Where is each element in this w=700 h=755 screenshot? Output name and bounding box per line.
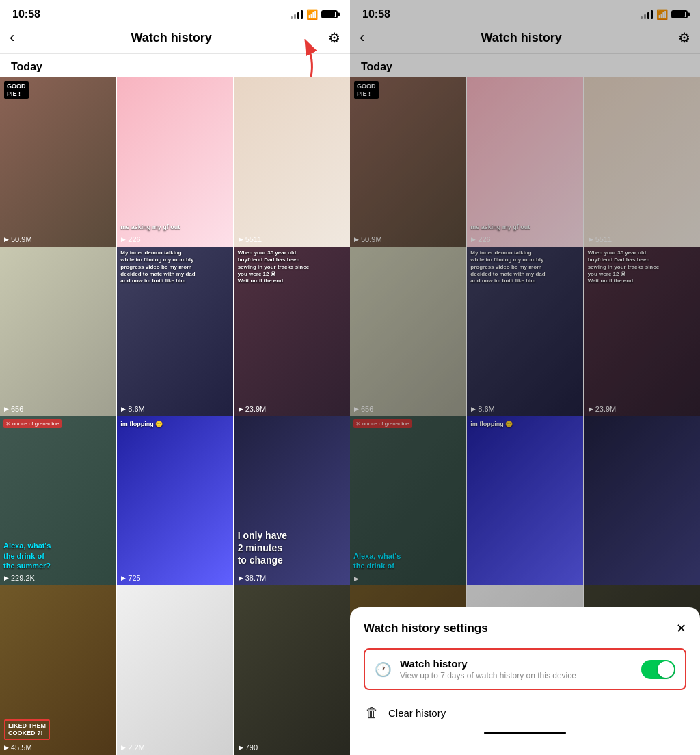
settings-button-left[interactable]: ⚙ (328, 29, 340, 46)
video-label-7: ¼ ounce of grenadine (3, 419, 62, 428)
video-cell-r8: im flopping 🙂 (467, 416, 582, 586)
status-icons-left: 📶 (291, 9, 338, 20)
video-cell-7[interactable]: ¼ ounce of grenadine Alexa, what'sthe dr… (0, 416, 116, 586)
video-count-6: ▶23.9M (239, 405, 267, 413)
video-cell-r9 (584, 416, 700, 586)
right-phone-panel: 10:58 📶 ‹ Watch history ⚙ Today GOODPIE … (350, 0, 700, 755)
video-cell-12[interactable]: ▶790 (234, 585, 350, 755)
video-cell-2[interactable]: me asking my gf out ▶226 (117, 77, 232, 247)
watch-history-label: Watch history (400, 658, 633, 670)
video-count-12: ▶790 (239, 743, 258, 752)
video-cell-11[interactable]: ▶2.2M (117, 585, 232, 755)
page-title-right: Watch history (481, 31, 561, 45)
video-grid-left: GOODPIE ! ▶50.9M me asking my gf out ▶22… (0, 77, 350, 755)
video-overlay-8: im flopping 🙂 (120, 421, 229, 429)
watch-history-icon: 🕐 (375, 661, 392, 678)
trash-icon: 🗑 (365, 705, 379, 721)
video-row-2: ▶656 My inner demon talkingwhile im film… (0, 247, 350, 416)
video-label-1: GOODPIE ! (4, 81, 29, 99)
status-bar-right: 10:58 📶 (350, 0, 700, 26)
video-row-r3: ¼ ounce of grenadine Alexa, what'sthe dr… (350, 416, 700, 586)
watch-history-setting-row: 🕐 Watch history View up to 7 days of wat… (364, 648, 686, 690)
status-time-right: 10:58 (362, 8, 390, 21)
video-overlay-6: When your 35 year oldboyfriend Dad has b… (238, 250, 347, 285)
battery-icon-right (671, 10, 688, 18)
modal-close-button[interactable]: ✕ (676, 621, 686, 636)
section-header-right: Today (350, 54, 700, 77)
video-count-7: ▶229.2K (4, 574, 35, 582)
video-cell-5[interactable]: My inner demon talkingwhile im filming m… (117, 247, 232, 416)
modal-title: Watch history settings (364, 622, 488, 635)
video-count-2: ▶226 (121, 235, 140, 243)
video-cell-r2: me asking my gf out ▶226 (467, 77, 582, 247)
video-cell-r7: ¼ ounce of grenadine Alexa, what'sthe dr… (350, 416, 466, 586)
video-count-5: ▶8.6M (121, 405, 144, 413)
left-phone-panel: 10:58 📶 ‹ Watch history ⚙ (0, 0, 350, 755)
video-count-1: ▶50.9M (4, 235, 32, 243)
video-cell-6[interactable]: When your 35 year oldboyfriend Dad has b… (234, 247, 350, 416)
battery-icon-left (321, 10, 338, 18)
back-button-left[interactable]: ‹ (10, 29, 14, 47)
wifi-icon-right: 📶 (656, 9, 668, 20)
back-button-right[interactable]: ‹ (360, 29, 364, 47)
video-cell-3[interactable]: ▶5511 (234, 77, 350, 247)
video-cell-r5: My inner demon talkingwhile im filming m… (467, 247, 582, 416)
video-cell-4[interactable]: ▶656 (0, 247, 116, 416)
watch-history-settings-modal: Watch history settings ✕ 🕐 Watch history… (350, 607, 700, 755)
status-time-left: 10:58 (12, 8, 40, 21)
status-bar-left: 10:58 📶 (0, 0, 350, 26)
video-row-r1: GOODPIE ! ▶50.9M me asking my gf out ▶22… (350, 77, 700, 247)
status-icons-right: 📶 (641, 9, 688, 20)
wifi-icon-left: 📶 (306, 9, 318, 20)
watch-history-text: Watch history View up to 7 days of watch… (400, 658, 633, 680)
video-count-10: ▶45.5M (4, 743, 32, 752)
video-row-3: ¼ ounce of grenadine Alexa, what'sthe dr… (0, 416, 350, 586)
video-count-9: ▶38.7M (239, 574, 267, 582)
nav-bar-right: ‹ Watch history ⚙ (350, 26, 700, 54)
video-overlay-2: me asking my gf out (120, 224, 229, 232)
toggle-knob (658, 661, 674, 678)
video-cell-9[interactable]: I only have2 minutesto change ▶38.7M (234, 416, 350, 586)
video-cell-r6: When your 35 year oldboyfriend Dad has b… (584, 247, 700, 416)
settings-button-right[interactable]: ⚙ (678, 29, 690, 46)
watch-history-description: View up to 7 days of watch history on th… (400, 671, 633, 680)
video-overlay-7: Alexa, what'sthe drink ofthe summer? (3, 541, 112, 570)
clear-history-row[interactable]: 🗑 Clear history (364, 702, 686, 724)
video-cell-r3: ▶5511 (584, 77, 700, 247)
clear-history-label: Clear history (388, 707, 446, 719)
video-cell-8[interactable]: im flopping 🙂 ▶725 (117, 416, 232, 586)
video-row-1: GOODPIE ! ▶50.9M me asking my gf out ▶22… (0, 77, 350, 247)
video-count-11: ▶2.2M (121, 743, 144, 752)
video-row-4: LIKED THEMCOOKED ?! ▶45.5M ▶2.2M ▶790 (0, 585, 350, 755)
video-cell-1[interactable]: GOODPIE ! ▶50.9M (0, 77, 116, 247)
signal-icon-right (641, 10, 653, 19)
video-overlay-5: My inner demon talkingwhile im filming m… (120, 250, 229, 285)
video-cell-r4: ▶656 (350, 247, 466, 416)
section-header-left: Today (0, 54, 350, 77)
page-title-left: Watch history (131, 31, 211, 45)
video-label-10: LIKED THEMCOOKED ?! (4, 719, 50, 740)
video-cell-10[interactable]: LIKED THEMCOOKED ?! ▶45.5M (0, 585, 116, 755)
video-count-3: ▶5511 (239, 235, 262, 243)
watch-history-toggle[interactable] (641, 660, 675, 679)
video-cell-r1: GOODPIE ! ▶50.9M (350, 77, 466, 247)
video-overlay-9: I only have2 minutesto change (238, 529, 347, 567)
video-row-r2: ▶656 My inner demon talkingwhile im film… (350, 247, 700, 416)
video-count-8: ▶725 (121, 574, 140, 582)
modal-header: Watch history settings ✕ (364, 621, 686, 636)
nav-bar-left: ‹ Watch history ⚙ (0, 26, 350, 54)
signal-icon-left (291, 10, 303, 19)
home-indicator (484, 732, 566, 734)
video-count-4: ▶656 (4, 405, 23, 413)
